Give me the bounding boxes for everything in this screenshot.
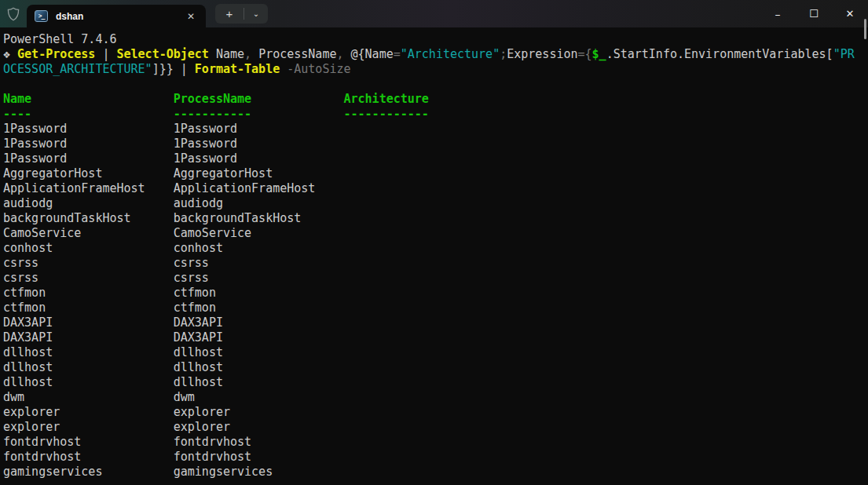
command-token: @{Name <box>351 47 394 61</box>
command-token: , <box>336 47 350 61</box>
table-row: fontdrvhost fontdrvhost <box>3 450 343 464</box>
command-token: Name <box>209 47 244 61</box>
command-token: ]}} <box>152 62 174 76</box>
table-row: csrss csrss <box>3 271 343 285</box>
powershell-version-line: PowerShell 7.4.6 <box>3 32 117 46</box>
tab-dshan[interactable]: >_ dshan ✕ <box>27 5 206 27</box>
admin-shield-icon <box>0 0 27 27</box>
table-row: dllhost dllhost <box>3 375 343 389</box>
table-row: ApplicationFrameHost ApplicationFrameHos… <box>3 181 343 195</box>
minimize-button[interactable]: – <box>760 0 796 27</box>
command-token: | <box>174 62 195 76</box>
command-token: -AutoSize <box>287 62 350 76</box>
table-row: dwm dwm <box>3 390 343 404</box>
command-token: .StartInfo.EnvironmentVariables[ <box>606 47 833 61</box>
new-tab-button[interactable]: + <box>215 4 244 24</box>
maximize-button[interactable]: ☐ <box>796 0 832 27</box>
command-line-1: ❖ Get-Process | Select-Object Name, Proc… <box>3 47 855 61</box>
command-token: = <box>394 47 401 61</box>
command-token: Get-Process <box>17 47 95 61</box>
command-token: Expression <box>507 47 577 61</box>
table-row: CamoService CamoService <box>3 226 343 240</box>
table-row: ctfmon ctfmon <box>3 301 343 315</box>
table-row: fontdrvhost fontdrvhost <box>3 435 343 449</box>
tab-close-icon[interactable]: ✕ <box>182 8 200 25</box>
close-button[interactable]: ✕ <box>832 0 868 27</box>
command-line-2: OCESSOR_ARCHITECTURE"]}} | Format-Table … <box>3 62 351 76</box>
process-table: Name ProcessName Architecture ---- -----… <box>3 92 429 479</box>
command-token: ; <box>500 47 507 61</box>
table-row: DAX3API DAX3API <box>3 315 343 330</box>
table-header: Name ProcessName Architecture ---- -----… <box>3 92 429 121</box>
command-token: ProcessName <box>258 47 336 61</box>
table-row: csrss csrss <box>3 256 343 270</box>
command-token: Select-Object <box>117 47 209 61</box>
titlebar: >_ dshan ✕ + ⌄ – ☐ ✕ <box>0 0 868 27</box>
table-row: 1Password 1Password <box>3 137 343 151</box>
table-row: audiodg audiodg <box>3 196 343 210</box>
table-row: dllhost dllhost <box>3 360 343 374</box>
window-controls: – ☐ ✕ <box>760 0 868 27</box>
command-token: "PR <box>833 47 855 61</box>
table-row: gamingservices gamingservices <box>3 465 343 479</box>
powershell-icon: >_ <box>35 10 48 22</box>
command-token: "Architecture" <box>401 47 500 61</box>
command-token: OCESSOR_ARCHITECTURE" <box>3 62 152 76</box>
tab-actions-group: + ⌄ <box>215 4 268 24</box>
command-token <box>280 62 287 76</box>
command-token: , <box>244 47 258 61</box>
scrollbar-thumb[interactable] <box>864 19 866 39</box>
table-row: 1Password 1Password <box>3 122 343 136</box>
command-token: ={ <box>578 47 592 61</box>
command-token: ❖ <box>3 47 17 61</box>
windows-terminal-window: { "titlebar": { "admin_shield_icon": "sh… <box>0 0 868 485</box>
tab-dropdown-button[interactable]: ⌄ <box>244 4 268 24</box>
table-row: conhost conhost <box>3 241 343 255</box>
table-row: backgroundTaskHost backgroundTaskHost <box>3 211 343 225</box>
command-token: Format-Table <box>195 62 280 76</box>
table-row: ctfmon ctfmon <box>3 286 343 300</box>
table-row: dllhost dllhost <box>3 345 343 359</box>
table-row: AggregatorHost AggregatorHost <box>3 166 343 181</box>
table-row: explorer explorer <box>3 405 343 419</box>
tab-title: dshan <box>56 11 182 22</box>
command-token: | <box>95 47 116 61</box>
table-row: DAX3API DAX3API <box>3 330 343 345</box>
table-row: 1Password 1Password <box>3 151 343 166</box>
terminal-viewport[interactable]: PowerShell 7.4.6 ❖ Get-Process | Select-… <box>0 27 868 485</box>
command-token: $_ <box>592 47 606 61</box>
terminal-screen: PowerShell 7.4.6 ❖ Get-Process | Select-… <box>3 32 868 480</box>
table-row: explorer explorer <box>3 420 343 434</box>
